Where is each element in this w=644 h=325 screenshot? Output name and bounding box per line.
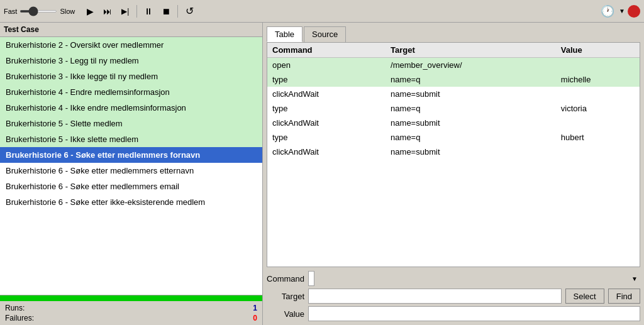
stats-area: Runs: 1 Failures: 0 bbox=[0, 301, 262, 325]
test-list-item[interactable]: Brukerhistorie 5 - Ikke slette medlem bbox=[0, 131, 262, 147]
test-list-item[interactable]: Brukerhistorie 6 - Søke etter medlemmers… bbox=[0, 147, 262, 163]
failures-label: Failures: bbox=[5, 314, 34, 322]
cell-target: name=submit bbox=[386, 87, 556, 101]
test-list-item[interactable]: Brukerhistorie 4 - Ikke endre medlemsinf… bbox=[0, 100, 262, 116]
close-button[interactable] bbox=[628, 5, 640, 18]
test-list-item[interactable]: Brukerhistorie 6 - Søke etter medlemmers… bbox=[0, 179, 262, 194]
target-label: Target bbox=[267, 292, 304, 301]
cell-command: type bbox=[267, 101, 386, 116]
select-button[interactable]: Select bbox=[565, 289, 604, 304]
cell-command: clickAndWait bbox=[267, 145, 386, 159]
command-label: Command bbox=[267, 274, 304, 284]
step-button[interactable]: ⏭ bbox=[100, 4, 115, 19]
play-suite-button[interactable]: ▶| bbox=[118, 4, 133, 19]
command-area: Command ▼ Target Select Find Value bbox=[263, 267, 644, 325]
cell-value bbox=[556, 116, 640, 130]
test-list-item[interactable]: Brukerhistorie 5 - Slette medlem bbox=[0, 116, 262, 131]
cell-value bbox=[556, 58, 640, 73]
value-input[interactable] bbox=[308, 306, 640, 321]
table-row[interactable]: clickAndWaitname=submit bbox=[267, 87, 640, 101]
cell-target: name=submit bbox=[386, 116, 556, 130]
data-table: Command Target Value open/member_overvie… bbox=[267, 43, 640, 159]
value-row: Value bbox=[267, 306, 640, 321]
cell-command: clickAndWait bbox=[267, 116, 386, 130]
table-area: Command Target Value open/member_overvie… bbox=[267, 42, 640, 267]
test-list-item[interactable]: Brukerhistorie 4 - Endre medlemsinformas… bbox=[0, 84, 262, 100]
cell-target: name=submit bbox=[386, 145, 556, 159]
toolbar-separator-2 bbox=[177, 5, 178, 18]
toolbar-separator-1 bbox=[136, 5, 137, 18]
cell-target: name=q bbox=[386, 72, 556, 87]
test-list-item[interactable]: Brukerhistorie 3 - Ikke legge til ny med… bbox=[0, 69, 262, 84]
refresh-button[interactable]: ↺ bbox=[182, 4, 197, 19]
find-button[interactable]: Find bbox=[608, 289, 640, 304]
right-panel: Table Source Command Target Value open/m… bbox=[263, 23, 644, 325]
col-target: Target bbox=[386, 43, 556, 58]
col-command: Command bbox=[267, 43, 386, 58]
table-row[interactable]: clickAndWaitname=submit bbox=[267, 145, 640, 159]
speed-slow-label: Slow bbox=[60, 8, 75, 15]
cell-target: name=q bbox=[386, 101, 556, 116]
progress-bar-container bbox=[0, 295, 262, 301]
toolbar: Fast Slow ▶ ⏭ ▶| ⏸ ⏹ ↺ 🕐 ▼ bbox=[0, 0, 644, 23]
target-row: Target Select Find bbox=[267, 289, 640, 304]
runs-label: Runs: bbox=[5, 304, 25, 312]
test-list-item[interactable]: Brukerhistorie 2 - Oversikt over medlemm… bbox=[0, 37, 262, 53]
history-dropdown[interactable]: ▼ bbox=[619, 8, 625, 14]
cell-command: clickAndWait bbox=[267, 87, 386, 101]
test-list: Brukerhistorie 2 - Oversikt over medlemm… bbox=[0, 37, 262, 295]
table-row[interactable]: open/member_overview/ bbox=[267, 58, 640, 73]
cell-command: open bbox=[267, 58, 386, 73]
cell-command: type bbox=[267, 130, 386, 145]
table-row[interactable]: typename=qmichelle bbox=[267, 72, 640, 87]
speed-control: Fast Slow bbox=[4, 8, 75, 15]
failures-value: 0 bbox=[253, 314, 257, 322]
test-list-item[interactable]: Brukerhistorie 6 - Søke etter ikke-eksis… bbox=[0, 194, 262, 210]
command-select-wrapper: ▼ bbox=[308, 271, 640, 286]
command-select[interactable] bbox=[308, 271, 314, 286]
main-area: Test Case Brukerhistorie 2 - Oversikt ov… bbox=[0, 23, 644, 325]
test-list-item[interactable]: Brukerhistorie 3 - Legg til ny medlem bbox=[0, 53, 262, 69]
progress-bar bbox=[0, 295, 262, 301]
play-button[interactable]: ▶ bbox=[82, 4, 97, 19]
table-row[interactable]: typename=qvictoria bbox=[267, 101, 640, 116]
pause-button[interactable]: ⏸ bbox=[141, 4, 156, 19]
cell-value: victoria bbox=[556, 101, 640, 116]
speed-fast-label: Fast bbox=[4, 8, 17, 15]
tab-source[interactable]: Source bbox=[304, 26, 346, 42]
runs-row: Runs: 1 bbox=[5, 303, 257, 313]
chevron-down-icon: ▼ bbox=[631, 275, 638, 282]
target-input[interactable] bbox=[308, 289, 562, 304]
table-row[interactable]: typename=qhubert bbox=[267, 130, 640, 145]
cell-value: michelle bbox=[556, 72, 640, 87]
cell-value bbox=[556, 145, 640, 159]
col-value: Value bbox=[556, 43, 640, 58]
table-row[interactable]: clickAndWaitname=submit bbox=[267, 116, 640, 130]
cell-command: type bbox=[267, 72, 386, 87]
tab-bar: Table Source bbox=[263, 23, 644, 42]
cell-target: name=q bbox=[386, 130, 556, 145]
stop-button[interactable]: ⏹ bbox=[158, 4, 174, 19]
speed-slider[interactable] bbox=[19, 10, 57, 13]
test-case-header: Test Case bbox=[0, 23, 262, 37]
cell-target: /member_overview/ bbox=[386, 58, 556, 73]
value-label: Value bbox=[267, 309, 304, 319]
history-button[interactable]: 🕐 bbox=[599, 3, 616, 20]
cell-value: hubert bbox=[556, 130, 640, 145]
test-list-item[interactable]: Brukerhistorie 6 - Søke etter medlemmers… bbox=[0, 163, 262, 179]
tab-table[interactable]: Table bbox=[267, 26, 303, 42]
runs-value: 1 bbox=[253, 304, 257, 312]
command-row: Command ▼ bbox=[267, 271, 640, 286]
cell-value bbox=[556, 87, 640, 101]
failures-row: Failures: 0 bbox=[5, 313, 257, 323]
left-panel: Test Case Brukerhistorie 2 - Oversikt ov… bbox=[0, 23, 263, 325]
